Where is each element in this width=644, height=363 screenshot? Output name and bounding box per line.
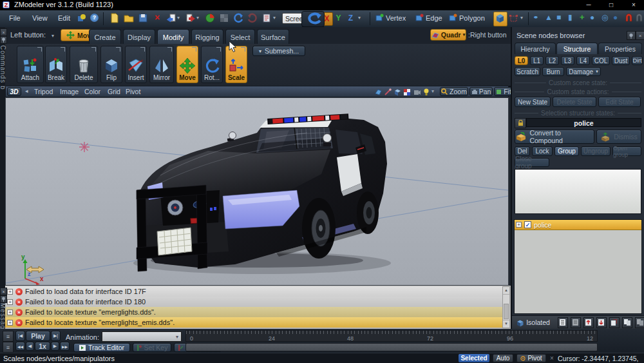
material-browser-icon[interactable] <box>205 13 215 23</box>
fast-fwd-button[interactable]: ▶▶ <box>60 342 70 351</box>
edge-mode-button[interactable]: Edge <box>426 14 442 22</box>
primitive-geosphere-icon[interactable]: ● <box>613 13 618 22</box>
scroll-down-icon[interactable]: ▼ <box>503 320 509 328</box>
step-back-button[interactable]: ◀ <box>26 342 34 351</box>
state-L3-button[interactable]: L3 <box>561 56 574 65</box>
state-scratch-button[interactable]: Scratch <box>515 67 540 76</box>
pan-button[interactable]: Pan <box>469 87 493 96</box>
edit-state-button[interactable]: Edit State <box>598 97 641 107</box>
right-mode-button[interactable]: Quadr ▾ <box>430 29 466 41</box>
viewport-menu-pivot[interactable]: Pivot <box>126 88 140 95</box>
go-start-button[interactable]: |◀ <box>15 331 25 341</box>
left-button-dropdown-icon[interactable]: ▾ <box>52 33 54 39</box>
expand-corner-icon[interactable] <box>241 47 245 52</box>
node-name-field[interactable]: police <box>526 118 641 127</box>
tool-delete[interactable]: Delete <box>70 46 98 83</box>
object-mode-button[interactable] <box>493 12 507 26</box>
new-state-button[interactable]: New State <box>515 97 551 107</box>
messages-scrollbar[interactable]: ▲ ▼ <box>502 286 510 328</box>
rewind-button[interactable]: ◀◀ <box>15 342 25 351</box>
export-dropdown-icon[interactable]: ▾ <box>196 15 199 21</box>
primitive-helper-icon[interactable]: + <box>580 12 585 22</box>
viewport-menu-color[interactable]: Color <box>84 88 100 95</box>
expand-corner-icon[interactable] <box>37 47 42 52</box>
expand-corner-icon[interactable] <box>91 47 96 52</box>
viewport-collapse-icon[interactable]: ◂ <box>25 88 28 94</box>
viewport-menu-image[interactable]: Image <box>60 88 79 95</box>
primitive-disc-icon[interactable]: ● <box>533 14 538 20</box>
menu-file[interactable]: File <box>9 14 21 22</box>
primitive-sphere-icon[interactable]: ● <box>590 13 594 22</box>
snap-magnet2-icon[interactable] <box>635 13 643 23</box>
tool-attach[interactable]: Attach <box>17 46 44 83</box>
settings-icon[interactable] <box>77 14 86 23</box>
commands-pin-icon[interactable] <box>0 36 7 44</box>
clear-cursor-icon[interactable]: × <box>550 355 554 362</box>
redo-icon[interactable] <box>247 13 258 23</box>
submesh-button[interactable]: ▾ Submesh... <box>252 46 305 56</box>
tool-rotate[interactable]: Rot... <box>201 46 223 83</box>
messages-panel-label[interactable]: Messagi <box>0 303 6 331</box>
save-icon[interactable] <box>138 13 148 23</box>
view-options-dropdown-icon[interactable]: ▾ <box>431 88 434 94</box>
expand-corner-icon[interactable] <box>116 47 120 52</box>
state-COL-button[interactable]: COL <box>592 56 610 65</box>
state-L1-button[interactable]: L1 <box>530 56 544 65</box>
toolbar-overflow-icon[interactable]: ▾ <box>273 15 276 21</box>
viewport-undo-button[interactable] <box>301 11 325 27</box>
vertex-mode-button[interactable]: Vertex <box>386 14 406 22</box>
expand-corner-icon[interactable] <box>61 47 65 52</box>
message-row[interactable]: + × Failed to locate texture "emerglight… <box>5 307 502 317</box>
help-icon[interactable]: ? <box>90 14 99 22</box>
primitive-torus-icon[interactable]: ◎ <box>601 13 608 22</box>
expand-corner-icon[interactable] <box>216 47 221 52</box>
timeline-ruler[interactable]: 0 24 48 72 96 12 <box>185 330 598 342</box>
lock-node-icon[interactable] <box>515 118 526 128</box>
menu-view[interactable]: View <box>32 14 48 22</box>
commands-close-icon[interactable]: × <box>0 28 7 36</box>
viewport-menu-grid[interactable]: Grid <box>108 88 120 95</box>
pivot-button[interactable]: Pivot <box>516 354 546 362</box>
animation-select[interactable]: ▾ <box>102 331 182 342</box>
mode-overflow-icon[interactable]: ▾ <box>520 15 523 21</box>
tab-modify[interactable]: Modify <box>157 29 189 44</box>
tab-rigging[interactable]: Rigging <box>191 29 223 44</box>
reload-icon[interactable] <box>261 13 272 23</box>
messages-pin-icon[interactable] <box>0 295 7 303</box>
tool-flip[interactable]: Flip <box>100 46 122 83</box>
message-row[interactable]: + × Failed to load data for interface ID… <box>5 286 502 297</box>
solid-view-icon[interactable] <box>393 88 402 96</box>
element-mode-icon[interactable] <box>509 14 518 23</box>
tab-display[interactable]: Display <box>123 29 155 44</box>
tab-structure[interactable]: Structure <box>556 43 598 54</box>
selected-mode-badge[interactable]: Selected <box>459 354 489 362</box>
expand-icon[interactable]: + <box>7 320 13 326</box>
delete-state-button[interactable]: Delete State <box>553 97 596 107</box>
ungroup-button[interactable]: Ungroup <box>581 146 611 156</box>
expand-corner-icon[interactable] <box>140 47 145 52</box>
paste-nodes2-icon[interactable] <box>635 317 644 328</box>
go-end-button[interactable]: ▶| <box>51 331 61 341</box>
nodes-list[interactable]: + ✓ police <box>514 219 642 314</box>
export-icon[interactable] <box>185 13 196 23</box>
tool-insert[interactable]: Insert <box>125 46 147 83</box>
scroll-thumb[interactable] <box>504 304 509 319</box>
anim-panel-icon2[interactable]: ≡ <box>3 342 14 353</box>
dismiss-button[interactable]: Dismiss <box>596 130 641 144</box>
state-burn-button[interactable]: Burn <box>542 67 564 76</box>
new-file-icon[interactable] <box>109 13 120 23</box>
wireframe-icon[interactable] <box>384 88 392 96</box>
textured-view-icon[interactable] <box>403 88 412 96</box>
message-row[interactable]: + × Failed to locate texture "emerglight… <box>5 317 502 328</box>
node-visibility-checkbox[interactable]: ✓ <box>524 221 531 228</box>
play-button[interactable]: Play <box>26 331 50 341</box>
list-view-icon[interactable] <box>558 317 568 328</box>
message-row[interactable]: + × Failed to load data for interface ID… <box>5 297 502 307</box>
messages-close-icon[interactable]: × <box>0 288 7 295</box>
state-dirt-button[interactable]: Dirt <box>632 56 643 65</box>
state-L4-button[interactable]: L4 <box>576 56 590 65</box>
list-view2-icon[interactable] <box>571 317 581 328</box>
paste-nodes-icon[interactable] <box>622 317 632 328</box>
menu-edit[interactable]: Edit <box>58 14 70 22</box>
primitive-box-icon[interactable]: ■ <box>556 13 561 22</box>
